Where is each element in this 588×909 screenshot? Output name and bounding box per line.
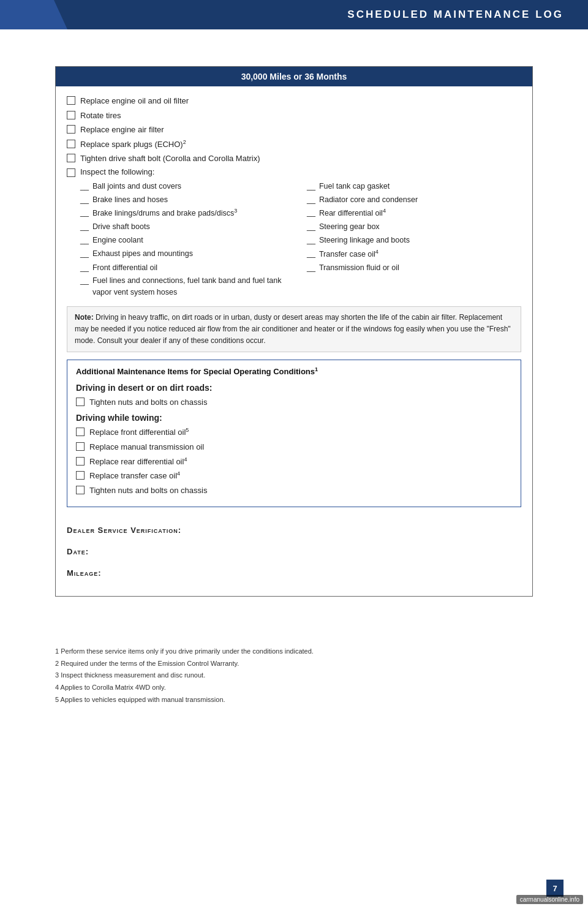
checkbox-icon[interactable] (67, 154, 75, 162)
dash-icon: __ (307, 181, 315, 192)
dash-icon: __ (307, 235, 315, 246)
checkbox-icon[interactable] (67, 168, 75, 177)
inspect-label: Transfer case oil4 (319, 248, 379, 260)
list-item[interactable]: Replace spark plugs (ECHO)2 (67, 138, 521, 151)
page-number: 7 (546, 880, 564, 897)
list-item[interactable]: Replace engine oil and oil filter (67, 95, 521, 107)
date-label: Date: (67, 547, 521, 556)
item-label: Tighten nuts and bolts on chassis (89, 396, 207, 409)
list-item[interactable]: Rotate tires (67, 110, 521, 122)
inspect-item: __ Steering linkage and boots (307, 235, 521, 246)
inspect-item: __ Front differential oil (80, 262, 295, 274)
item-label: Replace transfer case oil4 (89, 470, 180, 482)
list-item[interactable]: Tighten nuts and bolts on chassis (76, 485, 512, 497)
inspect-label: Transmission fluid or oil (319, 262, 399, 274)
inspect-label: Fuel lines and connections, fuel tank ba… (92, 275, 295, 298)
inspect-label: Engine coolant (92, 235, 143, 246)
towing-heading: Driving while towing: (76, 413, 512, 423)
list-item[interactable]: Replace rear differential oil4 (76, 456, 512, 468)
list-item[interactable]: Replace manual transmission oil (76, 441, 512, 453)
item-label: Replace manual transmission oil (89, 441, 204, 453)
inspect-item: __ Drive shaft boots (80, 221, 295, 233)
dealer-section: Dealer Service Verification: Date: Milea… (67, 516, 521, 578)
checkbox-icon[interactable] (67, 125, 75, 134)
inspect-item: __ Exhaust pipes and mountings (80, 248, 295, 260)
note-text: Driving in heavy traffic, on dirt roads … (75, 313, 511, 345)
list-item[interactable]: Tighten drive shaft bolt (Corolla and Co… (67, 153, 521, 165)
inspect-label: Brake linings/drums and brake pads/discs… (92, 207, 237, 219)
checkbox-icon[interactable] (76, 486, 85, 494)
additional-title: Additional Maintenance Items for Special… (76, 366, 512, 376)
note-section: Note: Driving in heavy traffic, on dirt … (67, 306, 521, 353)
item-label: Replace engine air filter (80, 124, 164, 136)
dash-icon: __ (80, 275, 89, 287)
inspect-label: Ball joints and dust covers (92, 181, 181, 192)
inspect-label: Steering linkage and boots (319, 235, 410, 246)
inspect-label: Drive shaft boots (92, 221, 150, 233)
dash-icon: __ (307, 207, 315, 219)
dealer-verification-label: Dealer Service Verification: (67, 526, 521, 535)
checkbox-icon[interactable] (67, 96, 75, 105)
page-header: Scheduled Maintenance Log (0, 0, 588, 29)
item-label: Replace rear differential oil4 (89, 456, 187, 468)
maintenance-box: 30,000 Miles or 36 Months Replace engine… (55, 66, 533, 597)
list-item[interactable]: Replace engine air filter (67, 124, 521, 136)
checkbox-icon[interactable] (67, 140, 75, 148)
checkbox-icon[interactable] (67, 111, 75, 119)
inspect-item: __ Fuel lines and connections, fuel tank… (80, 275, 295, 298)
item-label: Rotate tires (80, 110, 121, 122)
inspect-header: Inspect the following: (67, 167, 521, 177)
checkbox-icon[interactable] (76, 398, 85, 406)
mileage-label: Mileage: (67, 568, 521, 578)
dash-icon: __ (80, 248, 89, 260)
footnote-1: 1 Perform these service items only if yo… (55, 646, 533, 658)
inspect-item: __ Transfer case oil4 (307, 248, 521, 260)
inspect-grid: __ Ball joints and dust covers __ Fuel t… (67, 181, 521, 300)
checkbox-icon[interactable] (76, 428, 85, 436)
inspect-item: __ Engine coolant (80, 235, 295, 246)
dash-icon: __ (80, 235, 89, 246)
dash-icon: __ (80, 194, 89, 206)
dash-icon: __ (307, 248, 315, 260)
inspect-item: __ Rear differential oil4 (307, 207, 521, 219)
inspect-item: __ Steering gear box (307, 221, 521, 233)
footnote-4: 4 Applies to Corolla Matrix 4WD only. (55, 682, 533, 694)
box-title: 30,000 Miles or 36 Months (56, 67, 532, 86)
inspect-label: Exhaust pipes and mountings (92, 248, 193, 260)
desert-heading: Driving in desert or on dirt roads: (76, 383, 512, 393)
note-label: Note: (75, 313, 94, 322)
item-label: Tighten nuts and bolts on chassis (89, 485, 207, 497)
dash-icon: __ (307, 221, 315, 233)
dash-icon: __ (80, 221, 89, 233)
checkbox-icon[interactable] (76, 471, 85, 480)
inspect-item: __ Radiator core and condenser (307, 194, 521, 206)
footnote-5: 5 Applies to vehicles equipped with manu… (55, 694, 533, 706)
box-body: Replace engine oil and oil filter Rotate… (56, 86, 532, 596)
inspect-label: Front differential oil (92, 262, 157, 274)
list-item[interactable]: Tighten nuts and bolts on chassis (76, 396, 512, 409)
inspect-label: Radiator core and condenser (319, 194, 418, 206)
item-label: Tighten drive shaft bolt (Corolla and Co… (80, 153, 260, 165)
inspect-label: Rear differential oil4 (319, 207, 386, 219)
checkbox-icon[interactable] (76, 457, 85, 466)
list-item[interactable]: Replace front differential oil5 (76, 426, 512, 439)
dash-icon: __ (80, 262, 89, 274)
inspect-item: __ Brake lines and hoses (80, 194, 295, 206)
inspect-label: Steering gear box (319, 221, 380, 233)
dash-icon: __ (80, 207, 89, 219)
footnotes-section: 1 Perform these service items only if yo… (0, 633, 588, 719)
page-title: Scheduled Maintenance Log (347, 9, 564, 21)
inspect-item: __ Brake linings/drums and brake pads/di… (80, 207, 295, 219)
item-label: Replace engine oil and oil filter (80, 95, 189, 107)
footnote-2: 2 Required under the terms of the Emissi… (55, 658, 533, 670)
list-item[interactable]: Replace transfer case oil4 (76, 470, 512, 482)
checkbox-icon[interactable] (76, 442, 85, 451)
footnote-3: 3 Inspect thickness measurement and disc… (55, 669, 533, 682)
inspect-label: Brake lines and hoses (92, 194, 168, 206)
inspect-label: Fuel tank cap gasket (319, 181, 390, 192)
inspect-item: __ Transmission fluid or oil (307, 262, 521, 274)
item-label: Replace spark plugs (ECHO)2 (80, 138, 186, 151)
inspect-label: Inspect the following: (80, 167, 154, 176)
dash-icon: __ (307, 194, 315, 206)
inspect-item: __ Fuel tank cap gasket (307, 181, 521, 192)
